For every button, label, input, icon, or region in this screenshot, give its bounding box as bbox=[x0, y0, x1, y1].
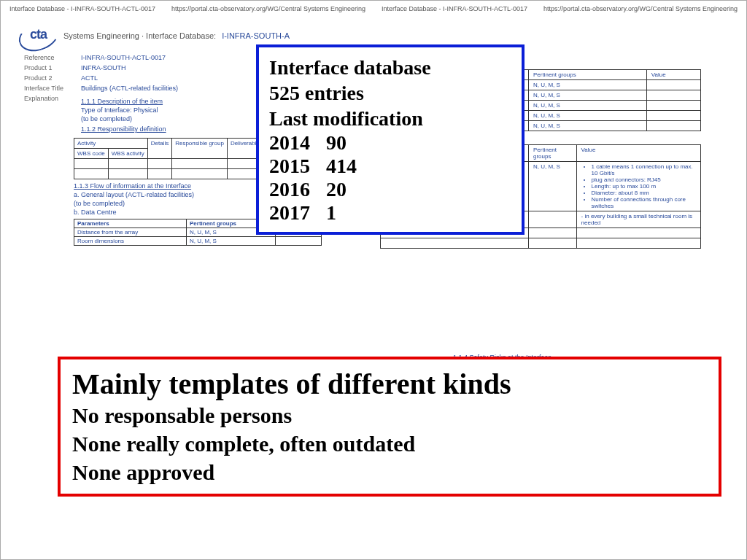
header-url-left: https://portal.cta-observatory.org/WG/Ce… bbox=[171, 5, 365, 12]
metadata-table: ReferenceI-INFRA-SOUTH-ACTL-0017 Product… bbox=[23, 52, 184, 135]
callout-stats: Interface database 525 entries Last modi… bbox=[256, 44, 525, 235]
issue-line-2: No responsable persons bbox=[72, 401, 707, 429]
interface-type: Type of Interface: Physical bbox=[81, 106, 178, 114]
breadcrumb-id: I-INFRA-SOUTH-A bbox=[222, 31, 290, 40]
breadcrumb-path: Systems Engineering · Interface Database… bbox=[63, 31, 216, 40]
stat-row: 20171 bbox=[269, 201, 511, 225]
callout-issues: Mainly templates of different kinds No r… bbox=[58, 357, 721, 497]
section-112[interactable]: 1.1.2 Responsibility definition bbox=[81, 125, 178, 133]
stat-row: 2015414 bbox=[269, 155, 511, 178]
stats-title-3: Last modification bbox=[269, 106, 511, 131]
tbc-note: (to be completed) bbox=[81, 115, 178, 122]
header-title-left: Interface Database - I-INFRA-SOUTH-ACTL-… bbox=[9, 5, 155, 12]
stats-title-2: 525 entries bbox=[269, 80, 511, 106]
section-111[interactable]: 1.1.1 Description of the item bbox=[81, 98, 178, 105]
stats-title-1: Interface database bbox=[269, 55, 511, 80]
issue-line-4: None approved bbox=[72, 458, 707, 486]
page-header: Interface Database - I-INFRA-SOUTH-ACTL-… bbox=[1, 1, 746, 17]
header-url-right: https://portal.cta-observatory.org/WG/Ce… bbox=[543, 5, 738, 12]
cable-specs: 1 cable means 1 connection up to max. 10… bbox=[581, 163, 696, 209]
breadcrumb: cta Systems Engineering · Interface Data… bbox=[23, 26, 724, 46]
stat-row: 201620 bbox=[269, 178, 511, 201]
issue-line-3: None really complete, often outdated bbox=[72, 429, 707, 458]
stat-row: 201490 bbox=[269, 131, 511, 155]
cta-logo: cta bbox=[23, 26, 58, 46]
header-title-right: Interface Database - I-INFRA-SOUTH-ACTL-… bbox=[382, 5, 527, 12]
issue-line-1: Mainly templates of different kinds bbox=[72, 367, 707, 401]
